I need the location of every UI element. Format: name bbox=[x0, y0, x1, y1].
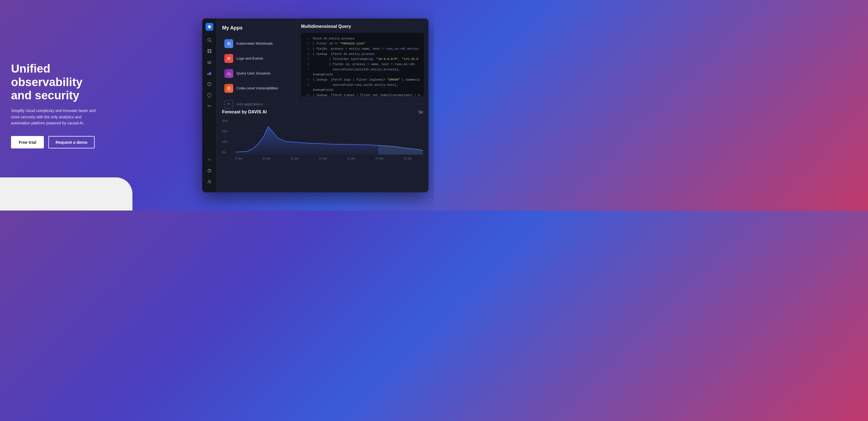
forecast-right-label: Se bbox=[418, 110, 423, 114]
y-label-30: 30% bbox=[222, 120, 228, 123]
sidebar-layers-icon[interactable] bbox=[205, 57, 214, 67]
svg-point-18 bbox=[228, 72, 229, 73]
vulnerabilities-label: Code-Level Vulnerabilities bbox=[237, 86, 278, 90]
kubernetes-label: Kubernetes Workloads bbox=[237, 41, 273, 45]
free-trial-button[interactable]: Free trial bbox=[11, 136, 44, 149]
svg-point-20 bbox=[228, 89, 229, 89]
svg-point-11 bbox=[209, 172, 210, 172]
sidebar-activity-icon[interactable] bbox=[205, 101, 214, 111]
svg-rect-5 bbox=[208, 51, 209, 53]
app-window: My Apps Kubernetes Workloads bbox=[202, 19, 429, 192]
app-item-logs[interactable]: Logs and Events bbox=[222, 51, 291, 66]
y-axis-labels: 30% 20% 10% 0% bbox=[222, 119, 228, 155]
query-panel: Multidimensional Query 1fetch dt.entity.… bbox=[297, 19, 429, 104]
app-logo[interactable] bbox=[205, 22, 214, 32]
svg-line-2 bbox=[210, 41, 211, 42]
x-label-14jan: 14 Jan bbox=[375, 157, 383, 160]
sidebar-boxes-icon[interactable] bbox=[205, 79, 214, 89]
app-item-kubernetes[interactable]: Kubernetes Workloads bbox=[222, 36, 291, 51]
kubernetes-icon bbox=[224, 39, 233, 48]
sessions-label: Query User Sessions bbox=[237, 71, 270, 75]
y-label-0: 0% bbox=[222, 151, 228, 154]
x-label-10jan: 10 Jan bbox=[262, 157, 270, 160]
y-label-20: 20% bbox=[222, 130, 228, 133]
app-list: Kubernetes Workloads bbox=[222, 36, 291, 111]
sidebar-chart-icon[interactable] bbox=[205, 68, 214, 78]
app-item-vulnerabilities[interactable]: Code-Level Vulnerabilities bbox=[222, 81, 291, 95]
sessions-icon bbox=[224, 69, 233, 78]
vulnerabilities-icon bbox=[224, 84, 233, 93]
my-apps-title: My Apps bbox=[222, 25, 291, 31]
query-title: Multidimensional Query bbox=[301, 24, 424, 29]
svg-rect-3 bbox=[208, 49, 209, 51]
app-item-sessions[interactable]: Query User Sessions bbox=[222, 66, 291, 80]
svg-rect-4 bbox=[210, 49, 211, 51]
x-axis-labels: 9 Jan 10 Jan 11 Jan 12 Jan 13 Jan 14 Jan… bbox=[222, 157, 423, 160]
x-label-9jan: 9 Jan bbox=[235, 157, 242, 160]
main-heading: Unified observability and security bbox=[11, 62, 99, 102]
sidebar-shield-icon[interactable] bbox=[205, 90, 214, 100]
main-content: My Apps Kubernetes Workloads bbox=[217, 19, 429, 192]
svg-rect-9 bbox=[210, 72, 211, 75]
sidebar-help-icon[interactable] bbox=[205, 166, 214, 176]
svg-rect-6 bbox=[210, 51, 211, 53]
svg-rect-8 bbox=[209, 72, 210, 75]
x-label-13jan: 13 Jan bbox=[347, 157, 355, 160]
x-label-11jan: 11 Jan bbox=[290, 157, 299, 160]
x-label-15jan: 15 Jan bbox=[404, 157, 412, 160]
forecast-section: Forecast by DAVIS AI Se 30% 20% 10% 0% bbox=[217, 104, 429, 192]
sidebar-expand-icon[interactable] bbox=[205, 155, 214, 165]
svg-point-12 bbox=[209, 180, 210, 182]
code-block: 1fetch dt.entity.process 2| filter id ==… bbox=[301, 33, 424, 96]
logs-icon bbox=[224, 54, 233, 63]
forecast-title: Forecast by DAVIS AI bbox=[222, 109, 267, 115]
sidebar-search-icon[interactable] bbox=[205, 35, 214, 45]
svg-rect-7 bbox=[208, 73, 208, 75]
forecast-chart: 30% 20% 10% 0% bbox=[222, 119, 423, 163]
logs-label: Logs and Events bbox=[237, 56, 263, 60]
hero-subtext: Simplify cloud complexity and innovate f… bbox=[11, 107, 99, 126]
my-apps-panel: My Apps Kubernetes Workloads bbox=[217, 19, 297, 104]
x-label-12jan: 12 Jan bbox=[319, 157, 327, 160]
y-label-10: 10% bbox=[222, 140, 228, 143]
sidebar-user-icon[interactable] bbox=[205, 177, 214, 187]
request-demo-button[interactable]: Request a demo bbox=[48, 136, 95, 149]
app-sidebar bbox=[202, 19, 217, 192]
sidebar-grid-icon[interactable] bbox=[205, 46, 214, 56]
chart-svg bbox=[222, 119, 423, 155]
